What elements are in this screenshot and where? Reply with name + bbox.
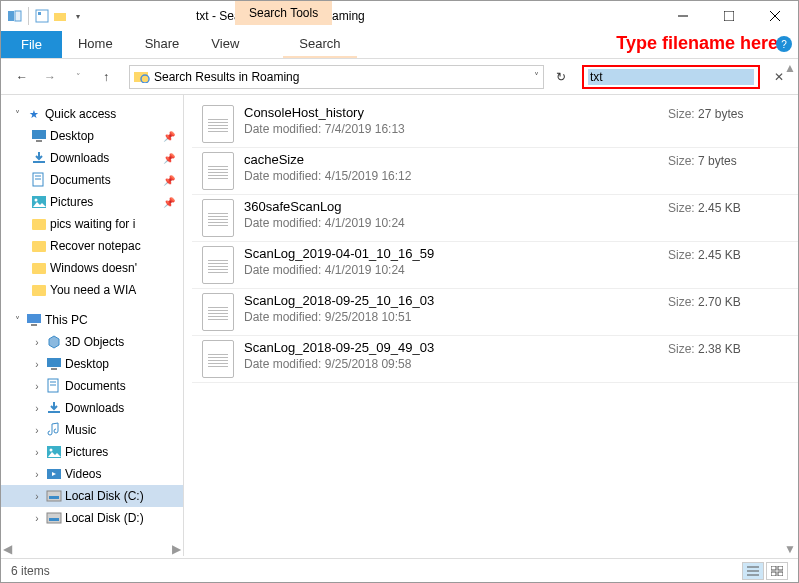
sidebar-scrollbar[interactable]: ◀▶ xyxy=(1,542,183,556)
item-size: Size: 7 bytes xyxy=(668,152,788,168)
result-item[interactable]: ScanLog_2019-04-01_10_16_59 Date modifie… xyxy=(192,242,798,289)
chevron-right-icon[interactable]: › xyxy=(31,513,43,524)
sidebar-item[interactable]: Desktop📌 xyxy=(1,125,183,147)
item-size: Size: 27 bytes xyxy=(668,105,788,121)
address-bar[interactable]: Search Results in Roaming ˅ xyxy=(129,65,544,89)
result-item[interactable]: ScanLog_2018-09-25_09_49_03 Date modifie… xyxy=(192,336,798,383)
properties-icon[interactable] xyxy=(34,8,50,24)
sidebar-item[interactable]: Windows doesn' xyxy=(1,257,183,279)
up-button[interactable]: ↑ xyxy=(95,66,117,88)
chevron-right-icon[interactable]: › xyxy=(31,381,43,392)
titlebar: ▾ Search Tools txt - Search Results in R… xyxy=(1,1,798,31)
sidebar-item[interactable]: ›Local Disk (D:) xyxy=(1,507,183,529)
item-main: ScanLog_2019-04-01_10_16_59 Date modifie… xyxy=(244,246,658,277)
thumbnails-view-button[interactable] xyxy=(766,562,788,580)
quick-access-toolbar: ▾ xyxy=(1,7,86,25)
sidebar-item[interactable]: ›Downloads xyxy=(1,397,183,419)
file-tab[interactable]: File xyxy=(1,31,62,58)
result-item[interactable]: ConsoleHost_history Date modified: 7/4/2… xyxy=(192,101,798,148)
close-button[interactable] xyxy=(752,1,798,31)
item-name: 360safeScanLog xyxy=(244,199,658,214)
tree-label: Desktop xyxy=(65,357,109,371)
tree-label: Music xyxy=(65,423,96,437)
back-button[interactable]: ← xyxy=(11,66,33,88)
tab-search[interactable]: Search xyxy=(283,31,356,58)
sidebar-item[interactable]: ›Pictures xyxy=(1,441,183,463)
sidebar-item[interactable]: ›3D Objects xyxy=(1,331,183,353)
sidebar-item[interactable]: ›Videos xyxy=(1,463,183,485)
result-item[interactable]: ScanLog_2018-09-25_10_16_03 Date modifie… xyxy=(192,289,798,336)
ribbon-tabs: File Home Share View Search Type filenam… xyxy=(1,31,798,59)
new-folder-icon[interactable] xyxy=(52,8,68,24)
quick-access-root[interactable]: ˅ ★ Quick access xyxy=(1,103,183,125)
desktop-icon xyxy=(31,128,47,144)
this-pc-icon xyxy=(26,312,42,328)
item-size: Size: 2.38 KB xyxy=(668,340,788,356)
separator xyxy=(28,7,29,25)
disk-icon xyxy=(46,510,62,526)
videos-icon xyxy=(46,466,62,482)
tree-label: Videos xyxy=(65,467,101,481)
search-box[interactable] xyxy=(582,65,760,89)
chevron-right-icon[interactable]: › xyxy=(31,359,43,370)
document-icon xyxy=(202,105,234,143)
tree-label: Documents xyxy=(65,379,126,393)
item-main: ScanLog_2018-09-25_10_16_03 Date modifie… xyxy=(244,293,658,324)
svg-rect-1 xyxy=(15,11,21,21)
sidebar-item[interactable]: ›Desktop xyxy=(1,353,183,375)
item-name: ConsoleHost_history xyxy=(244,105,658,120)
help-icon[interactable]: ? xyxy=(776,36,792,52)
chevron-right-icon[interactable]: › xyxy=(31,337,43,348)
sidebar-item[interactable]: ›Music xyxy=(1,419,183,441)
item-modified: Date modified: 9/25/2018 10:51 xyxy=(244,310,658,324)
tab-share[interactable]: Share xyxy=(129,31,196,58)
tree-label: Local Disk (C:) xyxy=(65,489,144,503)
sidebar-item[interactable]: Downloads📌 xyxy=(1,147,183,169)
sidebar-item[interactable]: ›Local Disk (C:) xyxy=(1,485,183,507)
tab-view[interactable]: View xyxy=(195,31,255,58)
forward-button[interactable]: → xyxy=(39,66,61,88)
desktop-icon xyxy=(46,356,62,372)
item-size: Size: 2.45 KB xyxy=(668,199,788,215)
search-input[interactable] xyxy=(588,69,754,85)
sidebar-item[interactable]: ›Documents xyxy=(1,375,183,397)
recent-dropdown[interactable]: ˅ xyxy=(67,66,89,88)
contextual-tab-label: Search Tools xyxy=(235,1,332,25)
document-icon xyxy=(202,152,234,190)
sidebar-item[interactable]: Documents📌 xyxy=(1,169,183,191)
chevron-right-icon[interactable]: › xyxy=(31,469,43,480)
refresh-button[interactable]: ↻ xyxy=(550,66,572,88)
sidebar-item[interactable]: pics waiting for i xyxy=(1,213,183,235)
vertical-scrollbar[interactable]: ▲▼ xyxy=(782,59,798,558)
sidebar-item[interactable]: Recover notepac xyxy=(1,235,183,257)
breadcrumb[interactable]: Search Results in Roaming xyxy=(154,70,530,84)
downloads-icon xyxy=(46,400,62,416)
tab-home[interactable]: Home xyxy=(62,31,129,58)
pin-icon: 📌 xyxy=(163,175,175,186)
qat-dropdown-icon[interactable]: ▾ xyxy=(70,8,86,24)
chevron-right-icon[interactable]: › xyxy=(31,491,43,502)
minimize-button[interactable] xyxy=(660,1,706,31)
result-item[interactable]: 360safeScanLog Date modified: 4/1/2019 1… xyxy=(192,195,798,242)
svg-rect-11 xyxy=(32,130,46,139)
chevron-down-icon[interactable]: ˅ xyxy=(11,315,23,326)
details-view-button[interactable] xyxy=(742,562,764,580)
address-dropdown-icon[interactable]: ˅ xyxy=(534,71,539,82)
document-icon xyxy=(202,293,234,331)
sidebar-item[interactable]: Pictures📌 xyxy=(1,191,183,213)
svg-point-18 xyxy=(35,199,38,202)
chevron-right-icon[interactable]: › xyxy=(31,403,43,414)
result-item[interactable]: cacheSize Date modified: 4/15/2019 16:12… xyxy=(192,148,798,195)
sidebar-item[interactable]: You need a WIA xyxy=(1,279,183,301)
maximize-button[interactable] xyxy=(706,1,752,31)
pictures-icon xyxy=(46,444,62,460)
tree-label: Quick access xyxy=(45,107,116,121)
item-main: ConsoleHost_history Date modified: 7/4/2… xyxy=(244,105,658,136)
chevron-right-icon[interactable]: › xyxy=(31,425,43,436)
svg-rect-26 xyxy=(48,411,60,413)
svg-rect-39 xyxy=(771,572,776,576)
chevron-right-icon[interactable]: › xyxy=(31,447,43,458)
this-pc-root[interactable]: ˅ This PC xyxy=(1,309,183,331)
chevron-down-icon[interactable]: ˅ xyxy=(11,109,23,120)
svg-rect-12 xyxy=(36,140,42,142)
